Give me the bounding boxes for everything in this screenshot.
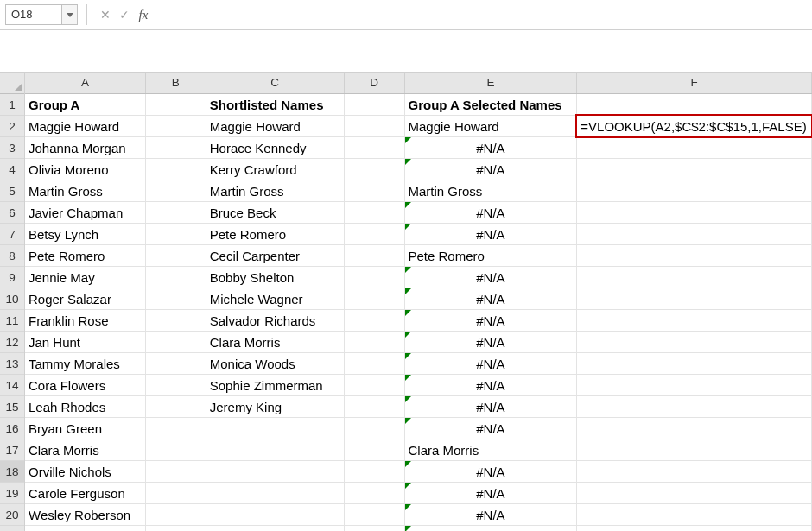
cell[interactable] [345, 137, 405, 159]
cell[interactable] [146, 202, 206, 224]
cell[interactable] [146, 332, 206, 353]
cell[interactable] [577, 137, 812, 159]
cell[interactable]: Jan Hunt [25, 332, 146, 353]
cell[interactable] [146, 224, 206, 245]
cell[interactable]: #N/A [405, 461, 578, 483]
col-header-C[interactable]: C [206, 73, 345, 93]
cell[interactable]: Jeremy King [206, 396, 345, 418]
cell[interactable] [577, 159, 812, 180]
cell[interactable]: #N/A [405, 137, 578, 159]
cell[interactable]: #N/A [405, 504, 578, 526]
cell[interactable]: Martin Gross [25, 180, 146, 202]
col-header-D[interactable]: D [345, 73, 405, 93]
cell[interactable] [146, 288, 206, 310]
cell[interactable]: Olivia Moreno [25, 159, 146, 180]
name-box[interactable]: O18 [5, 4, 62, 25]
cell[interactable] [577, 310, 812, 332]
cell[interactable] [577, 180, 812, 202]
cell[interactable] [577, 418, 812, 439]
cell[interactable] [577, 245, 812, 267]
cell[interactable] [146, 159, 206, 180]
row-header[interactable]: 19 [0, 483, 24, 504]
cell[interactable]: Leah Rhodes [25, 396, 146, 418]
cell[interactable] [146, 526, 206, 531]
row-header[interactable]: 13 [0, 353, 24, 375]
cell[interactable] [206, 418, 345, 439]
cell[interactable]: #N/A [405, 288, 578, 310]
cell[interactable] [577, 94, 812, 116]
cell[interactable]: #N/A [405, 310, 578, 332]
cell[interactable]: Bruce Beck [206, 202, 345, 224]
cell[interactable]: #N/A [405, 483, 578, 504]
cell[interactable] [577, 332, 812, 353]
row-header[interactable]: 12 [0, 332, 24, 353]
cell[interactable]: Pete Romero [405, 245, 578, 267]
cell[interactable]: Salvador Richards [206, 310, 345, 332]
row-header[interactable]: 3 [0, 137, 24, 159]
cell[interactable]: Martin Gross [405, 180, 578, 202]
cell[interactable] [146, 116, 206, 137]
cell[interactable] [345, 159, 405, 180]
row-header[interactable]: 21 [0, 526, 24, 531]
row-header[interactable]: 8 [0, 245, 24, 267]
select-all-button[interactable] [0, 73, 24, 94]
cell[interactable]: #N/A [405, 202, 578, 224]
cell[interactable]: Johanna Morgan [25, 137, 146, 159]
cell[interactable] [345, 396, 405, 418]
cell[interactable]: Martin Gross [206, 180, 345, 202]
cell[interactable]: Monica Woods [206, 353, 345, 375]
cell[interactable]: =VLOOKUP(A2,$C$2:$C$15,1,FALSE) [577, 116, 812, 137]
cell[interactable]: #N/A [405, 375, 578, 396]
row-header[interactable]: 10 [0, 288, 24, 310]
cell[interactable]: Cecil Carpenter [206, 245, 345, 267]
row-header[interactable]: 9 [0, 267, 24, 288]
cell[interactable]: #N/A [405, 267, 578, 288]
cell[interactable] [345, 94, 405, 116]
cell[interactable]: Maggie Howard [25, 116, 146, 137]
row-header[interactable]: 15 [0, 396, 24, 418]
row-header[interactable]: 6 [0, 202, 24, 224]
row-header[interactable]: 1 [0, 94, 24, 116]
cell[interactable] [146, 267, 206, 288]
cell[interactable]: #N/A [405, 353, 578, 375]
cell[interactable]: Group A [25, 94, 146, 116]
cell[interactable]: #N/A [405, 332, 578, 353]
cell[interactable]: Sophie Zimmerman [206, 375, 345, 396]
cell[interactable] [206, 483, 345, 504]
cell[interactable]: #N/A [405, 418, 578, 439]
cell[interactable]: Franklin Rose [25, 310, 146, 332]
cell[interactable]: Kerry Crawford [206, 159, 345, 180]
cell[interactable] [146, 418, 206, 439]
cell[interactable] [577, 353, 812, 375]
cell[interactable] [146, 310, 206, 332]
cell[interactable]: Group A Selected Names [405, 94, 578, 116]
cell[interactable]: Michele Wagner [206, 288, 345, 310]
cell[interactable] [146, 483, 206, 504]
cell[interactable] [345, 245, 405, 267]
cell[interactable] [345, 224, 405, 245]
cell[interactable] [206, 526, 345, 531]
row-header[interactable]: 14 [0, 375, 24, 396]
cell[interactable] [146, 353, 206, 375]
cell[interactable] [345, 310, 405, 332]
cell[interactable]: Clara Morris [405, 439, 578, 461]
cell[interactable]: Maggie Howard [206, 116, 345, 137]
col-header-A[interactable]: A [25, 73, 146, 93]
row-header[interactable]: 16 [0, 418, 24, 439]
cell[interactable]: #N/A [405, 159, 578, 180]
cell[interactable]: Pete Romero [206, 224, 345, 245]
cell[interactable] [577, 267, 812, 288]
cell[interactable]: #N/A [405, 224, 578, 245]
cell[interactable]: Horace Kennedy [206, 137, 345, 159]
row-header[interactable]: 20 [0, 504, 24, 526]
row-header[interactable]: 2 [0, 116, 24, 137]
cell[interactable] [577, 288, 812, 310]
cell[interactable]: Bryan Green [25, 418, 146, 439]
cell[interactable] [345, 504, 405, 526]
formula-input[interactable] [153, 4, 812, 25]
cell[interactable]: Carole Ferguson [25, 483, 146, 504]
cell[interactable]: Orville Nichols [25, 461, 146, 483]
cell[interactable]: Pete Romero [25, 245, 146, 267]
cell[interactable] [577, 461, 812, 483]
cell[interactable] [345, 375, 405, 396]
